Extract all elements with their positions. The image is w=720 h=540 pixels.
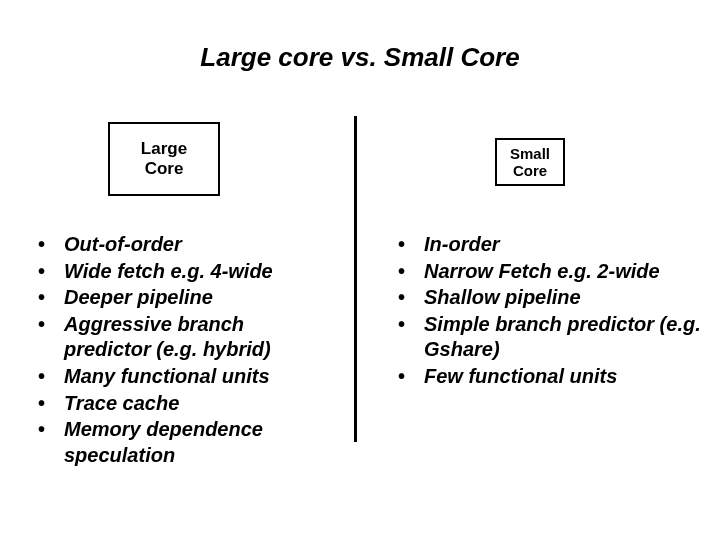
list-item: Many functional units: [30, 364, 334, 390]
list-item: Narrow Fetch e.g. 2-wide: [390, 259, 712, 285]
vertical-divider: [354, 116, 357, 442]
small-core-label: SmallCore: [510, 145, 550, 180]
list-item: Shallow pipeline: [390, 285, 712, 311]
large-core-list: Out-of-order Wide fetch e.g. 4-wide Deep…: [30, 232, 334, 469]
list-item: Out-of-order: [30, 232, 334, 258]
list-item: Deeper pipeline: [30, 285, 334, 311]
list-item: Few functional units: [390, 364, 712, 390]
small-core-box: SmallCore: [495, 138, 565, 186]
list-item: Trace cache: [30, 391, 334, 417]
large-core-box: LargeCore: [108, 122, 220, 196]
list-item: Memory dependence speculation: [30, 417, 334, 468]
list-item: Simple branch predictor (e.g. Gshare): [390, 312, 712, 363]
list-item: Aggressive branch predictor (e.g. hybrid…: [30, 312, 334, 363]
list-item: Wide fetch e.g. 4-wide: [30, 259, 334, 285]
large-core-label: LargeCore: [141, 139, 187, 180]
small-core-list: In-order Narrow Fetch e.g. 2-wide Shallo…: [390, 232, 712, 391]
slide-title: Large core vs. Small Core: [0, 42, 720, 73]
list-item: In-order: [390, 232, 712, 258]
